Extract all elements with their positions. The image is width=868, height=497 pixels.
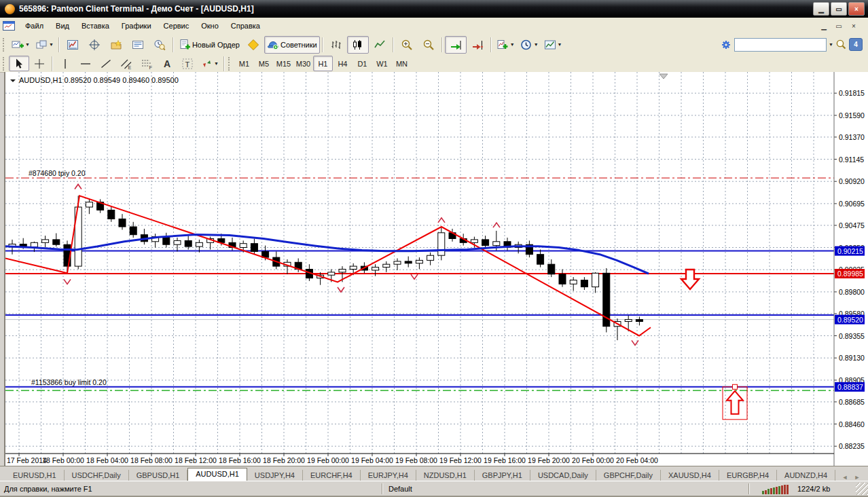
chart-window: #874680 tpiy 0.20#1153866 buy limit 0.20… <box>4 72 868 466</box>
child-minimize-button[interactable]: ▁ <box>818 20 830 31</box>
menu-file[interactable]: Файл <box>19 19 50 33</box>
advisor-hat-icon <box>267 39 279 51</box>
menu-window[interactable]: Окно <box>195 19 225 33</box>
metaeditor-button[interactable] <box>242 36 264 54</box>
horizontal-line-button[interactable] <box>75 56 96 71</box>
svg-text:0.90695: 0.90695 <box>839 200 865 208</box>
auto-scroll-button[interactable] <box>445 36 467 54</box>
timeframe-m15-button[interactable]: M15 <box>274 56 293 71</box>
child-restore-button[interactable]: ▭ <box>833 20 845 31</box>
expert-advisors-button[interactable]: Советники <box>264 36 320 54</box>
chart-canvas[interactable]: #874680 tpiy 0.20#1153866 buy limit 0.20… <box>5 72 867 466</box>
svg-text:19 Feb 12:00: 19 Feb 12:00 <box>439 456 482 464</box>
tester-magnifier-icon <box>153 39 166 51</box>
chart-shift-button[interactable] <box>467 36 488 54</box>
cursor-button[interactable] <box>9 56 29 71</box>
timeframe-h4-button[interactable]: H4 <box>333 56 352 71</box>
restore-button[interactable]: ▭ <box>831 2 847 16</box>
menu-help[interactable]: Справка <box>225 19 266 33</box>
svg-text:0.90475: 0.90475 <box>839 221 865 229</box>
timeframe-m30-button[interactable]: M30 <box>293 56 313 71</box>
search-input[interactable] <box>734 38 827 52</box>
toolbar-grip[interactable] <box>3 57 6 71</box>
community-badge[interactable]: 4 <box>849 38 863 51</box>
fibonacci-button[interactable]: F <box>137 56 157 71</box>
search-dropdown-icon[interactable]: ▼ <box>829 42 833 47</box>
terminal-list-icon <box>132 39 144 51</box>
strategy-tester-button[interactable] <box>149 36 170 54</box>
timeframe-m1-button[interactable]: M1 <box>234 56 254 71</box>
timeframe-h1-button[interactable]: H1 <box>313 56 333 71</box>
candlestick-chart-button[interactable] <box>347 36 369 54</box>
navigator-button[interactable] <box>105 36 127 54</box>
arrows-button[interactable]: ▼ <box>198 56 221 71</box>
equidistant-channel-button[interactable]: E <box>116 56 137 71</box>
toolbar-grip[interactable] <box>228 57 232 71</box>
toolbar-separator <box>173 37 174 52</box>
svg-text:0.91370: 0.91370 <box>839 133 865 141</box>
new-order-label: Новый Ордер <box>192 41 240 49</box>
crosshair-button[interactable] <box>29 56 50 71</box>
minimize-button[interactable]: ▁ <box>813 2 829 16</box>
child-close-button[interactable]: × <box>848 20 860 31</box>
svg-text:0.89520: 0.89520 <box>837 316 863 324</box>
new-order-icon <box>179 39 191 51</box>
text-label-button[interactable]: T <box>177 56 198 71</box>
periods-button[interactable]: ▼ <box>518 36 541 54</box>
chevron-down-icon: ▼ <box>49 42 54 47</box>
timeframe-m5-button[interactable]: M5 <box>254 56 274 71</box>
svg-text:19 Feb 08:00: 19 Feb 08:00 <box>395 456 437 464</box>
toolbar-separator <box>441 37 443 52</box>
terminal-button[interactable] <box>127 36 149 54</box>
connection-status-icon <box>762 484 791 494</box>
search-icon[interactable] <box>835 39 847 50</box>
standard-toolbar: ▼ ▼ Новый Ордер Советники <box>0 34 868 56</box>
advisors-label: Советники <box>281 41 317 49</box>
svg-text:AUDUSD,H1 0.89520 0.89549 0.8: AUDUSD,H1 0.89520 0.89549 0.89460 0.8950… <box>19 76 179 84</box>
menu-insert[interactable]: Вставка <box>75 19 115 33</box>
template-icon <box>544 39 556 51</box>
svg-text:0.91590: 0.91590 <box>839 111 865 119</box>
new-order-button[interactable]: Новый Ордер <box>176 36 242 54</box>
vertical-line-button[interactable] <box>55 56 75 71</box>
zoom-in-button[interactable] <box>396 36 418 54</box>
timeframe-d1-button[interactable]: D1 <box>352 56 372 71</box>
menu-service[interactable]: Сервис <box>158 19 196 33</box>
toolbar-separator <box>393 37 394 52</box>
text-button[interactable]: A <box>157 56 177 71</box>
bar-chart-icon <box>330 39 342 51</box>
search-area: ▼ 4 <box>720 38 867 52</box>
indicators-button[interactable]: ▼ <box>494 36 518 54</box>
chevron-down-icon: ▼ <box>510 42 515 47</box>
menu-charts[interactable]: Графики <box>115 19 158 33</box>
toolbar-separator <box>223 56 225 71</box>
market-watch-button[interactable] <box>62 36 84 54</box>
svg-text:E: E <box>128 65 132 69</box>
new-chart-button[interactable]: ▼ <box>9 36 33 54</box>
label-icon: T <box>181 58 194 70</box>
svg-text:0.91145: 0.91145 <box>839 155 864 164</box>
timeframe-mn-button[interactable]: MN <box>392 56 412 71</box>
fibonacci-icon: F <box>141 58 153 70</box>
panteon-terminal-window: { "window": { "title": "565896: Panteon … <box>0 0 868 497</box>
cursor-icon <box>13 58 25 70</box>
line-chart-icon <box>374 39 386 51</box>
svg-text:18 Feb 12:00: 18 Feb 12:00 <box>175 456 217 464</box>
toolbar-grip[interactable] <box>3 38 6 52</box>
status-profile[interactable]: Default <box>383 485 748 493</box>
trendline-button[interactable] <box>96 56 116 71</box>
profiles-button[interactable]: ▼ <box>33 36 56 54</box>
timeframe-w1-button[interactable]: W1 <box>372 56 392 71</box>
bar-chart-button[interactable] <box>325 36 347 54</box>
resize-grip[interactable] <box>856 483 868 495</box>
line-chart-button[interactable] <box>369 36 391 54</box>
templates-button[interactable]: ▼ <box>541 36 565 54</box>
svg-text:20 Feb 00:00: 20 Feb 00:00 <box>572 456 614 464</box>
data-window-button[interactable] <box>84 36 105 54</box>
svg-text:19 Feb 04:00: 19 Feb 04:00 <box>351 456 393 464</box>
toolbar-separator <box>490 37 492 52</box>
svg-text:18 Feb 08:00: 18 Feb 08:00 <box>130 456 173 464</box>
zoom-out-button[interactable] <box>418 36 439 54</box>
close-button[interactable]: × <box>848 2 865 16</box>
menu-view[interactable]: Вид <box>50 19 75 33</box>
